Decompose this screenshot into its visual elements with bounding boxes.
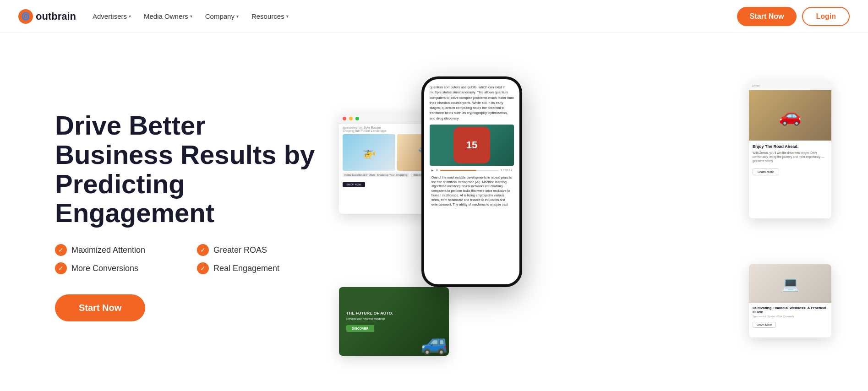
check-icon: ✓ <box>55 244 67 256</box>
feature-roas: ✓ Greater ROAS <box>197 244 321 256</box>
auto-subtitle: Reveal our newest models! <box>346 317 385 320</box>
start-now-nav-button[interactable]: Start Now <box>737 7 797 26</box>
car-image: 🚗 <box>749 90 831 141</box>
learn-more-button[interactable]: Learn More <box>753 168 779 175</box>
navigation: 🌀 outbrain Advertisers ▾ Media Owners ▾ … <box>0 0 868 33</box>
feature-engagement-label: Real Engagement <box>213 264 279 273</box>
feature-roas-label: Greater ROAS <box>213 245 267 255</box>
video-controls: ▶ ⏸ 3:51/5:14 <box>430 168 514 174</box>
phone-mockup: quantum computers use qubits, which can … <box>421 76 522 287</box>
feature-conversions-label: More Conversions <box>71 264 138 273</box>
logo[interactable]: 🌀 outbrain <box>18 9 76 24</box>
phone-article: quantum computers use qubits, which can … <box>424 79 519 214</box>
feature-attention-label: Maximized Attention <box>71 245 145 255</box>
video-progress-bar[interactable] <box>440 170 499 171</box>
close-dot <box>343 117 346 120</box>
login-button[interactable]: Login <box>802 7 850 26</box>
card-label-1: Retail Excellence in 2023: Shake up Your… <box>343 173 409 177</box>
card-zenon: Zenon 🚗 Enjoy The Road Ahead. With Zenon… <box>749 81 831 218</box>
card-auto: THE FUTURE OF AUTO. Reveal our newest mo… <box>339 287 449 356</box>
card-right-header: Zenon <box>749 81 831 90</box>
discover-button[interactable]: DISCOVER <box>346 325 374 332</box>
card-finance: 💻 Cultivating Financial Wellness: A Prac… <box>749 264 831 337</box>
check-icon: ✓ <box>197 262 209 274</box>
finance-content: Cultivating Financial Wellness: A Practi… <box>749 303 831 331</box>
auto-car-icon: 🚙 <box>420 329 449 356</box>
phone-screen: quantum computers use qubits, which can … <box>424 79 519 284</box>
nav-link-resources[interactable]: Resources ▾ <box>251 12 289 20</box>
phone-article-text-2: One of the most notable developments in … <box>430 174 514 209</box>
nav-right: Start Now Login <box>737 7 850 26</box>
feature-engagement: ✓ Real Engagement <box>197 262 321 274</box>
hero-title: Drive Better Business Results by Predict… <box>55 111 321 228</box>
nav-links: Advertisers ▾ Media Owners ▾ Company ▾ R… <box>93 12 289 20</box>
nav-link-media-owners[interactable]: Media Owners ▾ <box>144 12 192 20</box>
logo-icon: 🌀 <box>18 9 33 24</box>
hero-content: Drive Better Business Results by Predict… <box>55 111 321 321</box>
zenon-brand: Zenon <box>752 84 759 87</box>
check-icon: ✓ <box>55 262 67 274</box>
phone-article-text: quantum computers use qubits, which can … <box>430 85 514 121</box>
car-content: Enjoy The Road Ahead. With Zenon, you'll… <box>749 141 831 179</box>
auto-background: THE FUTURE OF AUTO. Reveal our newest mo… <box>339 287 449 356</box>
feature-attention: ✓ Maximized Attention <box>55 244 179 256</box>
chevron-down-icon: ▾ <box>190 14 192 19</box>
chevron-down-icon: ▾ <box>286 14 289 19</box>
chevron-down-icon: ▾ <box>129 14 131 19</box>
video-time: 3:51/5:14 <box>501 168 512 173</box>
finance-title: Cultivating Financial Wellness: A Practi… <box>753 306 828 314</box>
drone-image: 🚁 <box>343 134 395 171</box>
auto-card-content: THE FUTURE OF AUTO. Reveal our newest mo… <box>339 287 449 356</box>
feature-conversions: ✓ More Conversions <box>55 262 179 274</box>
logo-face-icon: 🌀 <box>21 12 30 21</box>
logo-text: outbrain <box>36 11 76 22</box>
chevron-down-icon: ▾ <box>236 14 239 19</box>
phone-video-thumb: 15 <box>430 125 514 166</box>
check-icon: ✓ <box>197 244 209 256</box>
nav-link-advertisers[interactable]: Advertisers ▾ <box>93 12 131 20</box>
video-progress-fill <box>440 170 476 171</box>
start-now-hero-button[interactable]: Start Now <box>55 294 145 321</box>
laptop-icon: 💻 <box>782 276 799 292</box>
finance-image: 💻 <box>749 264 831 303</box>
car-description: With Zenon, you'll win the drive was lon… <box>753 151 828 163</box>
finance-sponsor: Sponsored: Spend Wise Quarterly <box>753 315 828 318</box>
hero-features: ✓ Maximized Attention ✓ Greater ROAS ✓ M… <box>55 244 321 274</box>
watch-image: 15 <box>453 127 490 163</box>
auto-tag: THE FUTURE OF AUTO. <box>346 311 393 315</box>
hero-section: Drive Better Business Results by Predict… <box>0 33 868 390</box>
finance-learn-more-button[interactable]: Learn More <box>753 322 776 328</box>
play-icon[interactable]: ▶ <box>431 168 434 173</box>
minimize-dot <box>349 117 353 120</box>
nav-left: 🌀 outbrain Advertisers ▾ Media Owners ▾ … <box>18 9 289 24</box>
expand-dot <box>355 117 359 120</box>
hero-visuals: sponsored by: Byte Bazaar Shaping the Fu… <box>339 67 831 365</box>
nav-link-company[interactable]: Company ▾ <box>205 12 239 20</box>
pause-icon[interactable]: ⏸ <box>436 168 438 173</box>
car-title: Enjoy The Road Ahead. <box>753 144 828 149</box>
shop-now-button[interactable]: SHOP NOW <box>343 182 365 187</box>
